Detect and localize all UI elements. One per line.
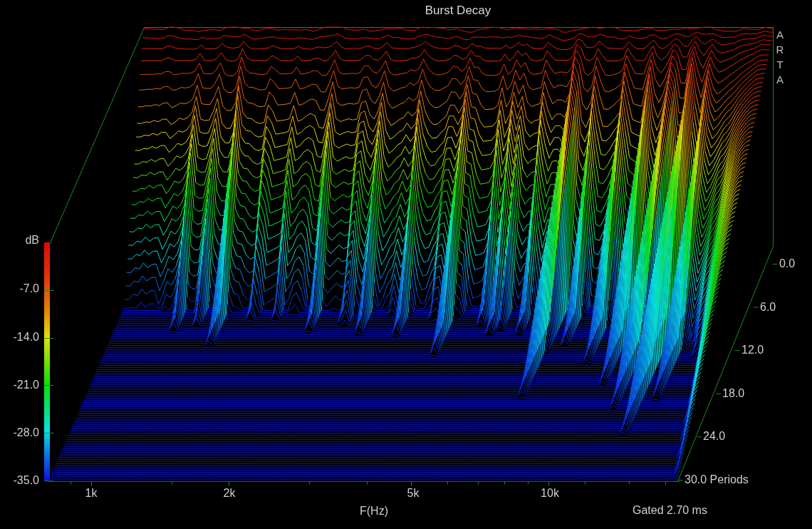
- waterfall-plot-canvas: [0, 0, 812, 529]
- arta-watermark-letter: T: [774, 58, 786, 71]
- periods-tick-label: 18.0: [722, 387, 744, 400]
- periods-tick-label: 12.0: [741, 344, 764, 356]
- periods-tick-label: 30.0 Periods: [685, 473, 749, 486]
- arta-watermark-letter: R: [774, 43, 786, 56]
- freq-tick-label: 1k: [85, 487, 98, 500]
- db-tick-label: -14.0: [0, 331, 39, 344]
- db-axis-label: dB: [0, 234, 39, 247]
- gate-status-text: Gated 2.70 ms: [633, 504, 707, 517]
- periods-tick-label: 24.0: [703, 430, 725, 443]
- freq-tick-label: 2k: [224, 487, 236, 500]
- periods-tick-label: 6.0: [760, 301, 776, 314]
- page-title: Burst Decay: [425, 4, 491, 17]
- db-tick-label: -7.0: [0, 282, 39, 295]
- freq-tick-label: 5k: [407, 487, 420, 500]
- x-axis-label: F(Hz): [360, 505, 388, 518]
- arta-watermark-letter: A: [774, 73, 786, 86]
- db-tick-label: -28.0: [0, 426, 39, 439]
- db-tick-label: -35.0: [0, 474, 39, 487]
- arta-watermark-letter: A: [774, 29, 786, 41]
- periods-tick-label: 0.0: [779, 257, 795, 270]
- freq-tick-label: 10k: [541, 487, 559, 500]
- db-tick-label: -21.0: [0, 379, 39, 391]
- burst-decay-window: Burst Decay A R T A dB -7.0 -14.0 -21.0 …: [0, 0, 812, 529]
